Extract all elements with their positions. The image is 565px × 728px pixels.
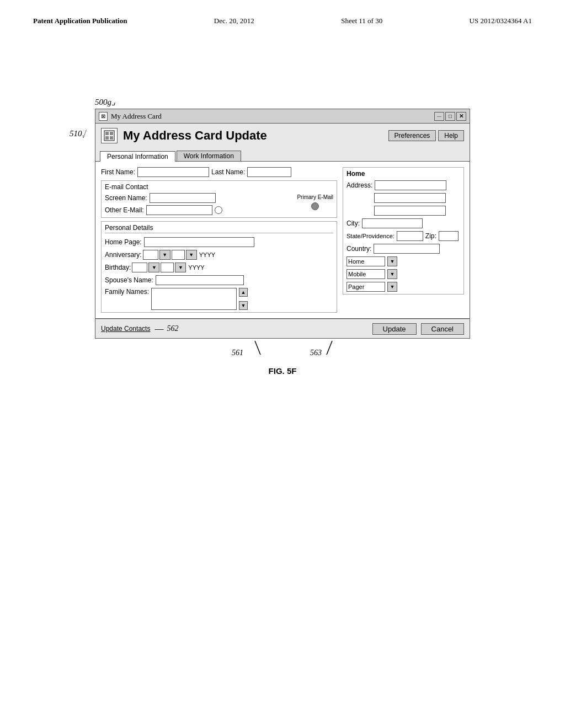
name-row: First Name: Last Name: (101, 167, 337, 177)
state-input[interactable] (397, 231, 423, 241)
birthday-mm-dropdown[interactable]: ▼ (148, 263, 159, 272)
svg-rect-4 (110, 136, 113, 140)
ref-561: 561 (232, 349, 243, 357)
toolbar-left: My Address Card Update (101, 128, 267, 143)
country-label: Country: (347, 245, 371, 253)
city-row: City: (347, 218, 460, 228)
spouses-name-row: Spouse's Name: (105, 275, 333, 285)
preferences-button[interactable]: Preferences (388, 130, 436, 141)
email-left-col: Screen Name: Other E-Mail: (105, 193, 292, 215)
address-label: Address: (347, 181, 372, 189)
ref-563: 563 (310, 349, 322, 357)
family-names-textarea[interactable] (151, 288, 237, 310)
first-name-input[interactable] (137, 167, 209, 177)
address-row-3 (374, 206, 460, 216)
email-inner: Screen Name: Other E-Mail: Prim (105, 193, 333, 215)
anniversary-yyyy-label: YYYY (199, 251, 215, 258)
phone-home-row: ▼ (347, 256, 460, 266)
tab-work[interactable]: Work Information (177, 151, 241, 161)
spouses-name-input[interactable] (156, 275, 244, 285)
other-email-input[interactable] (146, 205, 212, 215)
phone-pager-label-input[interactable] (347, 282, 385, 292)
ref-510: 510⎷ (70, 129, 87, 138)
country-row: Country: (347, 244, 460, 254)
state-zip-row: State/Providence: Zip: (347, 231, 460, 241)
svg-rect-3 (110, 132, 113, 135)
address-card-icon: ⊠ (99, 112, 108, 121)
phone-mobile-row: ▼ (347, 269, 460, 279)
state-label: State/Providence: (347, 233, 395, 239)
form-right: Home Address: City: (343, 167, 464, 313)
phone-mobile-label-input[interactable] (347, 269, 385, 279)
close-button[interactable]: ✕ (456, 112, 466, 121)
toolbar-title: My Address Card Update (123, 129, 267, 143)
page-header: Patent Application Publication Dec. 20, … (0, 0, 565, 31)
address-input-1[interactable] (375, 180, 446, 190)
phone-mobile-dropdown[interactable]: ▼ (387, 269, 397, 279)
anniversary-label: Anniversary: (105, 251, 142, 259)
email-contact-label: E-mail Contact (105, 183, 333, 191)
phone-home-label-input[interactable] (347, 256, 385, 266)
screen-name-label: Screen Name: (105, 194, 147, 202)
family-scroll-up[interactable]: ▲ (239, 288, 248, 297)
svg-line-5 (255, 341, 260, 355)
date-label: Dec. 20, 2012 (214, 17, 254, 25)
birthday-label: Birthday: (105, 264, 131, 271)
update-contacts-link[interactable]: Update Contacts (101, 325, 150, 333)
spouses-name-label: Spouse's Name: (105, 276, 153, 284)
address-input-3[interactable] (374, 206, 446, 216)
home-page-label: Home Page: (105, 238, 142, 246)
maximize-button[interactable]: □ (445, 112, 455, 121)
phone-home-dropdown[interactable]: ▼ (387, 256, 397, 266)
toolbar-right[interactable]: Preferences Help (388, 130, 464, 141)
anniversary-mm-dropdown[interactable]: ▼ (159, 250, 170, 260)
tab-personal[interactable]: Personal Information (100, 151, 175, 162)
birthday-row: Birthday: ▼ ▼ YYYY (105, 263, 333, 272)
toolbar-icon (101, 128, 118, 143)
home-section: Home Address: City: (343, 167, 464, 295)
toolbar: My Address Card Update Preferences Help (95, 123, 470, 147)
personal-details-section: Personal Details Home Page: Anniversary:… (101, 221, 337, 313)
address-row: Address: (347, 180, 460, 190)
last-name-input[interactable] (247, 167, 291, 177)
phone-pager-dropdown[interactable]: ▼ (387, 282, 397, 292)
family-scroll-down[interactable]: ▼ (239, 301, 248, 310)
help-button[interactable]: Help (438, 130, 464, 141)
home-page-input[interactable] (144, 237, 254, 247)
birthday-dd-dropdown[interactable]: ▼ (175, 263, 186, 272)
first-name-label: First Name: (101, 168, 135, 176)
address-input-2[interactable] (374, 193, 446, 203)
screen-name-input[interactable] (150, 193, 216, 203)
country-input[interactable] (374, 244, 440, 254)
phone-pager-row: ▼ (347, 282, 460, 292)
bottom-right[interactable]: Update Cancel (372, 323, 464, 335)
other-email-label: Other E-Mail: (105, 206, 144, 214)
email-contact-section: E-mail Contact Screen Name: Other E-Mail… (101, 180, 337, 218)
other-email-radio[interactable] (215, 206, 222, 214)
other-email-row: Other E-Mail: (105, 205, 292, 215)
svg-line-6 (327, 341, 332, 355)
anniversary-mm-input[interactable] (143, 250, 158, 260)
family-names-label: Family Names: (105, 288, 149, 296)
anniversary-dd-input[interactable] (172, 250, 185, 260)
address-row-2 (374, 193, 460, 203)
figure-label: FIG. 5F (269, 366, 297, 376)
sheet-label: Sheet 11 of 30 (341, 17, 382, 25)
zip-input[interactable] (439, 231, 459, 241)
anniversary-row: Anniversary: ▼ ▼ YYYY (105, 250, 333, 260)
patent-label: US 2012/0324364 A1 (470, 17, 532, 25)
update-button[interactable]: Update (372, 323, 417, 335)
email-right-col: Primary E-Mail (297, 193, 333, 215)
cancel-button[interactable]: Cancel (421, 323, 464, 335)
birthday-mm-input[interactable] (132, 263, 147, 272)
svg-rect-2 (105, 136, 109, 140)
form-area: First Name: Last Name: E-mail Contact Sc… (95, 161, 470, 319)
anniversary-dd-dropdown[interactable]: ▼ (186, 250, 197, 260)
titlebar-controls[interactable]: — □ ✕ (434, 112, 466, 121)
minimize-button[interactable]: — (434, 112, 444, 121)
city-input[interactable] (362, 218, 423, 228)
primary-email-radio-filled[interactable] (311, 202, 319, 210)
birthday-dd-input[interactable] (161, 263, 174, 272)
bottom-left: Update Contacts — 562 (101, 324, 178, 334)
bottom-bar: Update Contacts — 562 Update Cancel (95, 319, 470, 339)
